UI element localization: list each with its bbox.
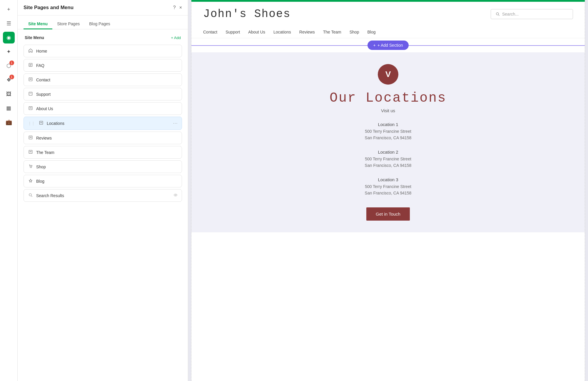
the-team-page-icon [28,150,33,155]
help-icon[interactable]: ? [173,5,176,10]
site-canvas: John's Shoes Search... Contact Support A… [188,0,588,381]
close-icon[interactable]: × [179,5,182,10]
media-icon-btn[interactable]: ❖ 1 [3,74,15,86]
site-logo: V [378,64,398,85]
sub-nav: Site Menu Store Pages Blog Pages [18,16,188,29]
location-1-street: 500 Terry Francine Street [365,128,412,135]
svg-rect-7 [29,92,32,95]
tab-blog-pages[interactable]: Blog Pages [84,19,115,29]
menu-item-faq[interactable]: FAQ [24,59,182,72]
location-2-name: Location 2 [365,150,412,155]
nav-shop[interactable]: Shop [350,30,359,34]
add-section-label: + Add Section [377,43,403,48]
menu-item-blog[interactable]: Blog [24,175,182,187]
panel-header-icons: ? × [173,5,182,10]
contact-page-icon [28,77,33,82]
design-icon-btn[interactable]: ✦ [3,46,15,58]
panel-header: Site Pages and Menu ? × [18,0,188,16]
editor-icon: ◉ [6,34,11,41]
bag-icon-btn[interactable]: 💼 [3,116,15,128]
about-us-page-icon [28,106,33,111]
nav-locations[interactable]: Locations [273,30,291,34]
menu-item-search-results-label: Search Results [36,193,171,198]
nav-reviews[interactable]: Reviews [299,30,315,34]
menu-item-blog-label: Blog [36,179,178,184]
add-menu-item-button[interactable]: + Add [171,36,181,40]
svg-point-22 [31,167,32,168]
page-main-title: Our Locations [330,90,447,106]
eye-icon[interactable] [173,193,178,198]
location-3-city: San Francisco, CA 94158 [365,190,412,196]
menu-item-search-results[interactable]: Search Results [24,189,182,202]
shop-link-icon [28,164,33,169]
add-icon-btn[interactable]: + [3,4,15,15]
site-nav: Contact Support About Us Locations Revie… [191,26,585,38]
menu-section-label: Site Menu [25,35,44,40]
drag-handle-icon: ⋮⋮ [28,121,35,125]
left-sidebar: + ☰ ◉ ✦ ⬡ 1 ❖ 1 🖼 ▦ 💼 [0,0,18,381]
site-pages-panel: Site Pages and Menu ? × Site Menu Store … [18,0,188,381]
bag-icon: 💼 [6,119,12,125]
menu-item-locations[interactable]: ⋮⋮ Locations ⋯ [24,117,182,130]
search-results-icon [28,193,33,198]
location-3-name: Location 3 [365,177,412,182]
add-section-bar: + + Add Section [191,38,585,52]
list-icon: ▦ [6,105,11,111]
apps-badge: 1 [9,61,14,65]
list-icon-btn[interactable]: ▦ [3,102,15,114]
image-icon-btn[interactable]: 🖼 [3,88,15,100]
locations-page-icon [39,121,44,126]
svg-point-23 [29,194,31,196]
site-search-box[interactable]: Search... [491,9,573,19]
tab-store-pages[interactable]: Store Pages [52,19,84,29]
menu-item-reviews[interactable]: Reviews [24,132,182,144]
support-page-icon [28,92,33,97]
svg-point-26 [175,195,176,196]
svg-line-24 [31,196,32,197]
page-subtitle: Visit us [381,108,395,113]
location-1: Location 1 500 Terry Francine Street San… [365,122,412,141]
get-in-touch-button[interactable]: Get in Touch [366,207,410,221]
site-search-placeholder: Search... [502,12,519,16]
design-icon: ✦ [6,48,11,55]
apps-icon-btn[interactable]: ⬡ 1 [3,60,15,72]
svg-line-28 [499,15,500,16]
editor-icon-btn[interactable]: ◉ [3,32,15,43]
blog-icon [28,179,33,184]
pages-icon-btn[interactable]: ☰ [3,18,15,29]
menu-item-support-label: Support [36,92,178,97]
svg-point-21 [30,167,31,168]
reviews-page-icon [28,135,33,140]
menu-item-shop[interactable]: Shop [24,160,182,173]
menu-item-contact[interactable]: Contact [24,73,182,86]
tab-site-menu[interactable]: Site Menu [24,19,52,29]
nav-blog[interactable]: Blog [367,30,375,34]
location-2: Location 2 500 Terry Francine Street San… [365,150,412,169]
media-badge: 1 [9,75,14,79]
location-2-city: San Francisco, CA 94158 [365,162,412,169]
site-header: John's Shoes Search... [191,2,585,26]
location-3-street: 500 Terry Francine Street [365,183,412,190]
location-3: Location 3 500 Terry Francine Street San… [365,177,412,197]
nav-the-team[interactable]: The Team [323,30,341,34]
locations-options-icon[interactable]: ⋯ [173,120,178,126]
location-2-street: 500 Terry Francine Street [365,156,412,162]
menu-item-shop-label: Shop [36,165,178,169]
nav-support[interactable]: Support [225,30,240,34]
add-section-button[interactable]: + + Add Section [368,41,409,50]
menu-item-locations-label: Locations [47,121,170,126]
nav-contact[interactable]: Contact [203,30,217,34]
svg-point-27 [496,13,499,15]
menu-item-about-us-label: About Us [36,106,178,111]
menu-item-faq-label: FAQ [36,63,178,68]
menu-item-about-us[interactable]: About Us [24,102,182,115]
nav-about-us[interactable]: About Us [248,30,265,34]
panel-title: Site Pages and Menu [24,5,74,11]
menu-item-the-team-label: The Team [36,150,178,155]
home-page-icon [28,48,33,53]
menu-item-the-team[interactable]: The Team [24,146,182,159]
menu-item-home[interactable]: Home [24,45,182,57]
menu-item-reviews-label: Reviews [36,136,178,140]
menu-item-support[interactable]: Support [24,88,182,100]
menu-item-home-label: Home [36,49,178,53]
